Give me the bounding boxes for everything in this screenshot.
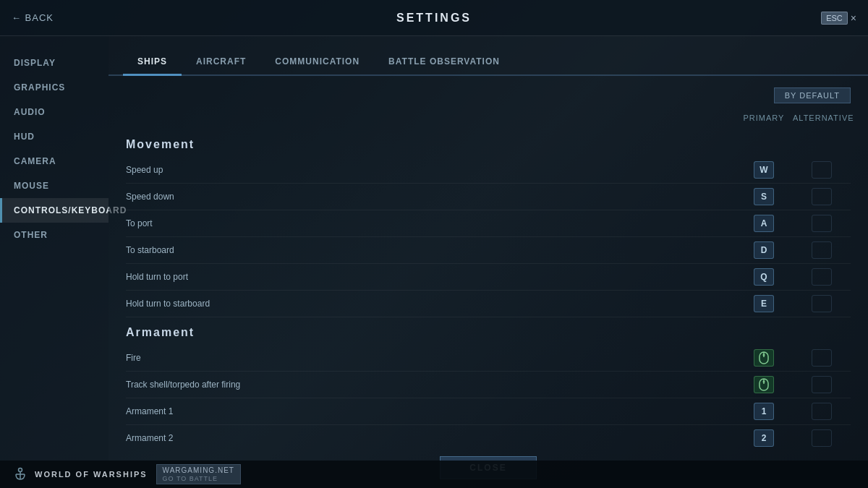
alternative-column-header: Alternative (793, 114, 851, 122)
sidebar-item-display[interactable]: DISPLAY (0, 51, 109, 75)
primary-key-slot[interactable] (735, 376, 793, 393)
svg-point-6 (19, 468, 22, 472)
alternative-key-slot[interactable] (793, 215, 851, 232)
alternative-key-slot[interactable] (793, 376, 851, 393)
column-headers: Primary Alternative (126, 109, 851, 127)
alternative-key-slot[interactable] (793, 188, 851, 205)
primary-key-slot[interactable]: 1 (735, 403, 793, 420)
top-bar: ← Back SETTINGS ESC × (0, 0, 868, 36)
alternative-key-slot[interactable] (793, 161, 851, 179)
sidebar-item-controls[interactable]: CONTROLS/KEYBOARD (0, 198, 109, 223)
section-title-armament: Armament (126, 317, 851, 345)
key-badge (754, 376, 774, 393)
esc-key-label: ESC (821, 12, 848, 25)
binding-row: Hold turn to starboardE (126, 291, 851, 317)
key-badge (754, 349, 774, 367)
sidebar-item-other[interactable]: OTHER (0, 223, 109, 247)
anchor-icon (12, 466, 29, 483)
primary-key-slot[interactable]: D (735, 241, 793, 259)
key-badge: Q (754, 268, 774, 286)
primary-key-slot[interactable]: W (735, 161, 793, 179)
svg-point-5 (763, 381, 765, 383)
binding-name: To starboard (126, 245, 735, 255)
alternative-key-slot[interactable] (793, 295, 851, 312)
binding-name: Armament 1 (126, 406, 735, 416)
binding-row: Hold turn to portQ (126, 264, 851, 291)
back-button[interactable]: ← Back (12, 12, 54, 23)
tab-aircraft[interactable]: AIRCRAFT (182, 49, 260, 76)
binding-row: Speed downS (126, 184, 851, 210)
binding-name: Armament 2 (126, 433, 735, 443)
esc-button[interactable]: ESC × (821, 12, 856, 25)
close-icon[interactable]: × (851, 12, 856, 24)
sidebar-item-audio[interactable]: AUDIO (0, 100, 109, 124)
tab-communication[interactable]: COMMUNICATION (260, 49, 374, 76)
binding-name: Hold turn to port (126, 272, 735, 282)
primary-key-slot[interactable]: 2 (735, 429, 793, 447)
tab-bar: SHIPSAIRCRAFTCOMMUNICATIONBATTLE OBSERVA… (109, 36, 868, 76)
svg-point-2 (763, 354, 765, 356)
key-badge: A (754, 215, 774, 232)
tab-ships[interactable]: SHIPS (123, 49, 182, 76)
binding-row: Armament 22 (126, 425, 851, 448)
alternative-key-slot[interactable] (793, 429, 851, 447)
page-title: SETTINGS (396, 12, 472, 25)
primary-key-slot[interactable]: E (735, 295, 793, 312)
binding-name: Speed up (126, 165, 735, 175)
primary-key-slot[interactable]: S (735, 188, 793, 205)
binding-name: Hold turn to starboard (126, 299, 735, 309)
tab-battle[interactable]: BATTLE OBSERVATION (374, 49, 514, 76)
key-badge: 2 (754, 429, 774, 447)
binding-row: Fire (126, 345, 851, 372)
key-badge: 1 (754, 403, 774, 420)
brand-text: WORLD OF WARSHIPS (35, 470, 148, 479)
key-badge: E (754, 295, 774, 312)
wows-logo: WORLD OF WARSHIPS (12, 466, 148, 483)
by-default-button[interactable]: BY DEFAULT (774, 87, 851, 103)
alternative-key-slot[interactable] (793, 403, 851, 420)
sidebar: DISPLAYGRAPHICSAUDIOHUDCAMERAMOUSECONTRO… (0, 36, 109, 488)
primary-key-slot[interactable] (735, 349, 793, 367)
primary-key-slot[interactable]: Q (735, 268, 793, 286)
alternative-key-slot[interactable] (793, 241, 851, 259)
sidebar-item-hud[interactable]: HUD (0, 124, 109, 149)
binding-row: To starboardD (126, 237, 851, 264)
binding-name: To port (126, 218, 735, 228)
binding-name: Track shell/torpedo after firing (126, 380, 735, 390)
key-badge: W (754, 161, 774, 179)
alternative-key-slot[interactable] (793, 349, 851, 367)
binding-row: To portA (126, 210, 851, 237)
key-badge: S (754, 188, 774, 205)
binding-name: Speed down (126, 192, 735, 202)
by-default-row: BY DEFAULT (126, 87, 851, 103)
sidebar-item-camera[interactable]: CAMERA (0, 149, 109, 174)
wg-logo: WARGAMING.NETGO TO BATTLE (156, 464, 241, 484)
primary-key-slot[interactable]: A (735, 215, 793, 232)
alternative-key-slot[interactable] (793, 268, 851, 286)
binding-row: Track shell/torpedo after firing (126, 372, 851, 398)
section-title-movement: Movement (126, 129, 851, 157)
sidebar-item-graphics[interactable]: GRAPHICS (0, 75, 109, 100)
binding-row: Speed upW (126, 157, 851, 184)
main-layout: DISPLAYGRAPHICSAUDIOHUDCAMERAMOUSECONTRO… (0, 36, 868, 488)
sidebar-item-mouse[interactable]: MOUSE (0, 174, 109, 198)
binding-name: Fire (126, 353, 735, 363)
content-area: SHIPSAIRCRAFTCOMMUNICATIONBATTLE OBSERVA… (109, 36, 868, 488)
wg-text: WARGAMING.NETGO TO BATTLE (163, 466, 234, 482)
primary-column-header: Primary (735, 114, 793, 122)
key-badge: D (754, 241, 774, 259)
binding-row: Armament 11 (126, 398, 851, 425)
bottom-bar: WORLD OF WARSHIPS WARGAMING.NETGO TO BAT… (0, 461, 868, 488)
settings-panel[interactable]: BY DEFAULT Primary Alternative MovementS… (109, 76, 868, 448)
